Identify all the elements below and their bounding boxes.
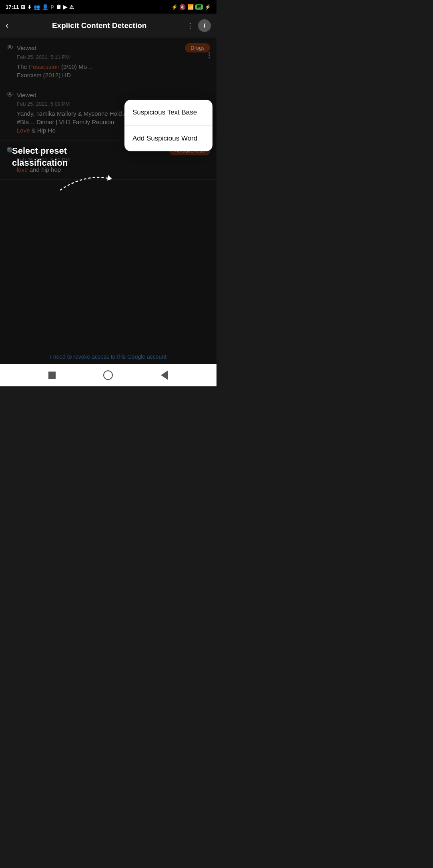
stop-button[interactable] bbox=[46, 369, 58, 382]
status-right: ⚡ 🔇 📶 85 ⚡ bbox=[171, 4, 211, 10]
mute-icon: 🔇 bbox=[179, 4, 186, 10]
list-item-left: 👁 Viewed bbox=[6, 91, 36, 99]
annotation-arrow bbox=[60, 170, 116, 194]
warning-icon: ⚠ bbox=[69, 4, 74, 10]
content-area: 👁 Viewed Drugs Feb 25, 2021, 5:11 PM The… bbox=[0, 38, 216, 364]
back-button-appbar[interactable]: ‹ bbox=[6, 20, 8, 31]
annotation: Select preset classification bbox=[12, 146, 116, 194]
signal-icon: 📶 bbox=[187, 4, 194, 10]
info-button[interactable]: i bbox=[198, 19, 211, 32]
item-more-button[interactable] bbox=[208, 52, 210, 58]
trash-icon: 🗑 bbox=[56, 4, 61, 10]
empty-content-area bbox=[0, 180, 216, 348]
youtube-icon: ▶ bbox=[63, 4, 67, 10]
list-item: 👁 Viewed Drugs Feb 25, 2021, 5:11 PM The… bbox=[0, 38, 216, 85]
page-title: Explicit Content Detection bbox=[12, 21, 186, 30]
popup-menu: Suspicious Text Base Add Suspicious Word bbox=[124, 100, 212, 151]
add-suspicious-word-option[interactable]: Add Suspicious Word bbox=[124, 126, 212, 151]
app-bar-icons: ⋮ i bbox=[186, 19, 211, 32]
category-badge: Drugs bbox=[185, 43, 210, 52]
revoke-access-text[interactable]: I need to revoke access to this Google a… bbox=[0, 348, 216, 364]
bolt-icon: ⚡ bbox=[204, 4, 211, 10]
list-item-header: 👁 Viewed Drugs bbox=[6, 43, 210, 52]
people-icon: 👥 bbox=[34, 4, 40, 10]
highlighted-word: Love bbox=[17, 127, 30, 134]
person-icon: 👤 bbox=[42, 4, 48, 10]
annotation-line1: Select preset bbox=[12, 146, 67, 156]
status-left: 17:11 ⊞ ⬇ 👥 👤 P 🗑 ▶ ⚠ bbox=[6, 4, 74, 10]
item-text: The Possession (9/10) Mo…Exorcism (2012)… bbox=[17, 62, 210, 79]
parking-icon: P bbox=[50, 4, 54, 10]
home-icon bbox=[103, 370, 113, 380]
highlighted-word: Possession bbox=[29, 63, 60, 70]
action-label: Viewed bbox=[17, 44, 36, 51]
status-bar: 17:11 ⊞ ⬇ 👥 👤 P 🗑 ▶ ⚠ ⚡ 🔇 📶 85 ⚡ bbox=[0, 0, 216, 14]
back-button-nav[interactable] bbox=[158, 369, 171, 382]
item-date: Feb 25, 2021, 5:11 PM bbox=[17, 54, 210, 60]
download-icon: ⬇ bbox=[27, 4, 32, 10]
eye-icon: 👁 bbox=[6, 44, 14, 52]
suspicious-text-base-option[interactable]: Suspicious Text Base bbox=[124, 100, 212, 126]
eye-icon: 👁 bbox=[6, 91, 14, 99]
back-icon bbox=[161, 370, 168, 380]
stop-icon bbox=[48, 372, 56, 379]
bluetooth-icon: ⚡ bbox=[171, 4, 178, 10]
home-button[interactable] bbox=[102, 369, 114, 382]
annotation-line2: classification bbox=[12, 158, 68, 168]
svg-marker-0 bbox=[107, 175, 112, 181]
list-item-header: 👁 Viewed bbox=[6, 91, 210, 99]
grid-icon: ⊞ bbox=[21, 4, 25, 10]
list-item-left: 👁 Viewed bbox=[6, 44, 36, 52]
battery-indicator: 85 bbox=[195, 4, 203, 10]
bottom-nav bbox=[0, 364, 216, 386]
action-label: Viewed bbox=[17, 92, 36, 98]
time-display: 17:11 bbox=[6, 4, 19, 10]
more-options-button[interactable]: ⋮ bbox=[186, 21, 194, 30]
app-bar: ‹ Explicit Content Detection ⋮ i bbox=[0, 14, 216, 38]
